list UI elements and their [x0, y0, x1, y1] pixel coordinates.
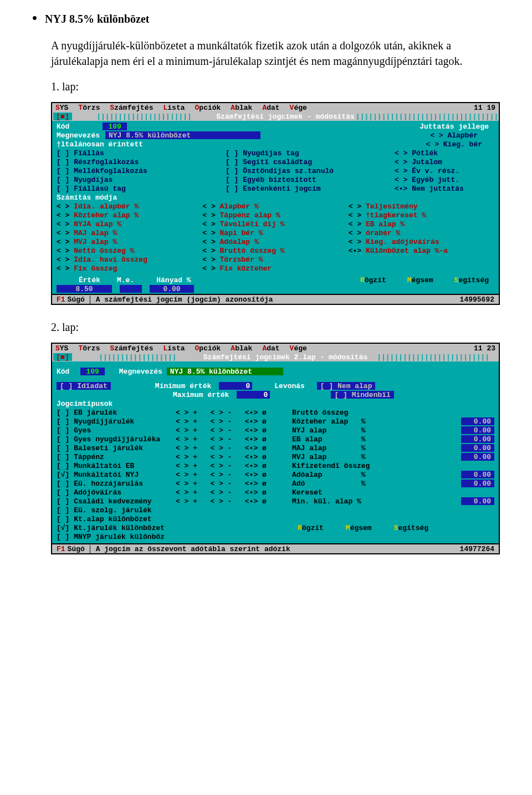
jogcim-operator[interactable]: < > + < > - <•> ø — [176, 417, 292, 426]
jogcim-operator[interactable]: < > + < > - <•> ø — [176, 497, 292, 506]
jogcim-operator[interactable]: < > + < > - <•> ø — [176, 480, 292, 488]
menu-item[interactable]: SYS — [55, 344, 68, 353]
menu-item[interactable]: Vége — [290, 344, 307, 353]
juttatas-opt-0[interactable]: < > Alapbér — [430, 131, 478, 140]
megsem-button-1[interactable]: Mégsem — [402, 276, 439, 284]
jogcim-checkbox[interactable]: [ ] Gyes — [57, 426, 176, 435]
calc-option[interactable]: < > MAJ alap % — [57, 229, 117, 237]
menu-item[interactable]: Adat — [262, 104, 279, 112]
percent-field[interactable]: 0.00 — [461, 417, 494, 425]
calc-option[interactable]: <•> Különbözet alap %-a — [349, 247, 448, 255]
calc-option[interactable]: < > NYJA alap % — [57, 220, 121, 228]
percent-field[interactable]: 0.00 — [461, 497, 494, 505]
juttatas-option[interactable]: < > Év v. rész. — [395, 167, 459, 175]
jogcim-checkbox[interactable]: [ ] EB járulék — [57, 409, 176, 417]
percent-field[interactable]: 0.00 — [461, 480, 494, 487]
ertek-field[interactable]: 8.50 — [57, 285, 112, 293]
calc-option[interactable]: < > Bruttó összeg % — [202, 247, 284, 255]
option-item[interactable]: [ ] Fïállású tag — [57, 185, 126, 193]
percent-field[interactable]: 0.00 — [461, 453, 494, 461]
juttatas-option[interactable]: <•> Nem juttatás — [395, 185, 464, 193]
max-field[interactable]: 0 — [237, 391, 270, 399]
calc-option[interactable]: < > Nettó összeg % — [57, 247, 134, 255]
juttatas-opt-1[interactable]: < > Kieg. bér — [426, 140, 482, 149]
min-field[interactable]: 0 — [219, 382, 252, 390]
segit-button-2[interactable]: Segítség — [388, 524, 434, 532]
menu-item[interactable]: Lista — [163, 344, 185, 353]
jogcim-checkbox[interactable]: [ ] Gyes nyugdíjjáruléka — [57, 435, 176, 444]
jogcim-operator[interactable]: < > + < > - <•> ø — [176, 471, 292, 479]
jogcim-operator[interactable]: < > + < > - <•> ø — [176, 462, 292, 470]
jogcim-operator[interactable]: < > + < > - <•> ø — [176, 453, 292, 461]
jogcim-operator[interactable]: < > + < > - <•> ø — [176, 444, 292, 452]
jogcim-operator[interactable]: < > + < > - <•> ø — [176, 426, 292, 435]
calc-option[interactable]: < > Kieg. adójóváírás — [349, 238, 439, 246]
me-field[interactable] — [120, 285, 142, 293]
option-item[interactable]: [ ] Részfoglalkozás — [57, 158, 139, 166]
menu-item[interactable]: Opciók — [195, 104, 221, 112]
calc-option[interactable]: < > Fix összeg — [57, 264, 117, 273]
calc-option[interactable]: < > Fix közteher — [202, 264, 272, 273]
nemalap-checkbox[interactable]: [ ] Nem alap — [317, 382, 376, 390]
option-item[interactable]: [ ] Mellékfoglalkozás — [57, 167, 147, 175]
megsem-button-2[interactable]: Mégsem — [340, 524, 377, 532]
menu-item[interactable]: Törzs — [78, 344, 100, 353]
megnevezes-field-2[interactable]: NYJ 8.5% különbözet — [167, 368, 283, 375]
jogcim-operator[interactable]: < > + < > - <•> ø — [176, 435, 292, 444]
option-item[interactable]: [ ] Ösztöndíjas sz.tanuló — [226, 167, 334, 175]
hanyad-field[interactable]: 0.00 — [150, 285, 194, 293]
jogcim-checkbox[interactable]: [√] Kt.járulék különbözet — [57, 524, 176, 532]
jogcim-checkbox[interactable]: [ ] Adójóváírás — [57, 488, 176, 497]
jogcim-checkbox[interactable]: [ ] Táppénz — [57, 453, 176, 461]
jogcim-checkbox[interactable]: [ ] Eü. szolg. járulék — [57, 506, 176, 514]
jogcim-checkbox[interactable]: [ ] Nyugdíjjárulék — [57, 417, 176, 426]
close-icon[interactable]: [■] — [53, 353, 72, 361]
menu-item[interactable]: Ablak — [231, 104, 252, 112]
calc-option[interactable]: < > Közteher alap % — [57, 211, 139, 220]
close-icon[interactable]: [■] — [53, 113, 72, 120]
calc-option[interactable]: < > Teljesítmény — [349, 202, 418, 211]
percent-field[interactable]: 0.00 — [461, 444, 494, 452]
percent-field[interactable]: 0.00 — [461, 471, 494, 478]
calc-option[interactable]: < > Táppénz alap % — [202, 211, 280, 220]
jogcim-checkbox[interactable]: [ ] Családi kedvezmény — [57, 497, 176, 506]
rogzit-button-2[interactable]: Rögzít — [292, 524, 329, 532]
calc-option[interactable]: < > Adóalap % — [202, 238, 258, 246]
juttatas-option[interactable]: < > Egyéb jutt. — [395, 176, 459, 184]
menu-item[interactable]: Opciók — [195, 344, 221, 353]
menu-item[interactable]: Adat — [262, 344, 279, 353]
segitseg-button-1[interactable]: Segítség — [449, 276, 494, 284]
calc-option[interactable]: < > Távolléti díj % — [202, 220, 284, 228]
calc-option[interactable]: < > MVJ alap % — [57, 238, 117, 246]
menu-item[interactable]: Számfejtés — [110, 344, 153, 353]
jogcim-checkbox[interactable]: [ ] Kt.alap különbözet — [57, 515, 176, 523]
jogcim-checkbox[interactable]: [ ] Eü. hozzájárulás — [57, 480, 176, 488]
menu-item[interactable]: Lista — [163, 104, 185, 112]
calc-option[interactable]: < > Idïa. havi összeg — [57, 256, 147, 264]
calc-option[interactable]: < > Napi bér % — [202, 229, 263, 237]
jogcim-operator[interactable]: < > + < > - <•> ø — [176, 409, 292, 417]
juttatas-option[interactable]: < > Jutalom — [395, 158, 442, 166]
juttatas-option[interactable]: < > Pótlék — [395, 149, 438, 157]
rogzit-button-1[interactable]: Rögzít — [355, 276, 392, 284]
megnevezes-field[interactable]: NYJ 8.5% különbözet — [105, 131, 260, 139]
option-item[interactable]: [ ] Esetenkénti jogcím — [226, 185, 321, 193]
menu-item[interactable]: SYS — [55, 104, 68, 112]
menu-item[interactable]: Ablak — [231, 344, 252, 353]
calc-option[interactable]: < > órabér % — [349, 229, 401, 237]
calc-option[interactable]: < > Idïa. alapbér % — [57, 202, 139, 211]
menu-item[interactable]: Számfejtés — [110, 104, 153, 112]
kod-field[interactable]: 109 — [103, 123, 126, 130]
jogcim-checkbox[interactable]: [√] Munkáltatói NYJ — [57, 471, 176, 479]
jogcim-checkbox[interactable]: [ ] Baleseti járulék — [57, 444, 176, 452]
calc-option[interactable]: < > Törzsbér % — [202, 256, 263, 264]
option-item[interactable]: [ ] Nyugdíjas — [57, 176, 112, 184]
kod-field-2[interactable]: 109 — [80, 368, 104, 375]
option-item[interactable]: [ ] Segítï családtag — [226, 158, 312, 166]
idiadat-checkbox[interactable]: [ ] Idïadat — [57, 382, 111, 390]
calc-option[interactable]: < > †tlagkereset % — [349, 211, 426, 220]
option-item[interactable]: [ ] Fïállás — [57, 149, 104, 157]
menu-item[interactable]: Törzs — [78, 104, 100, 112]
percent-field[interactable]: 0.00 — [461, 435, 494, 443]
jogcim-checkbox[interactable]: [ ] Munkáltatói EB — [57, 462, 176, 470]
